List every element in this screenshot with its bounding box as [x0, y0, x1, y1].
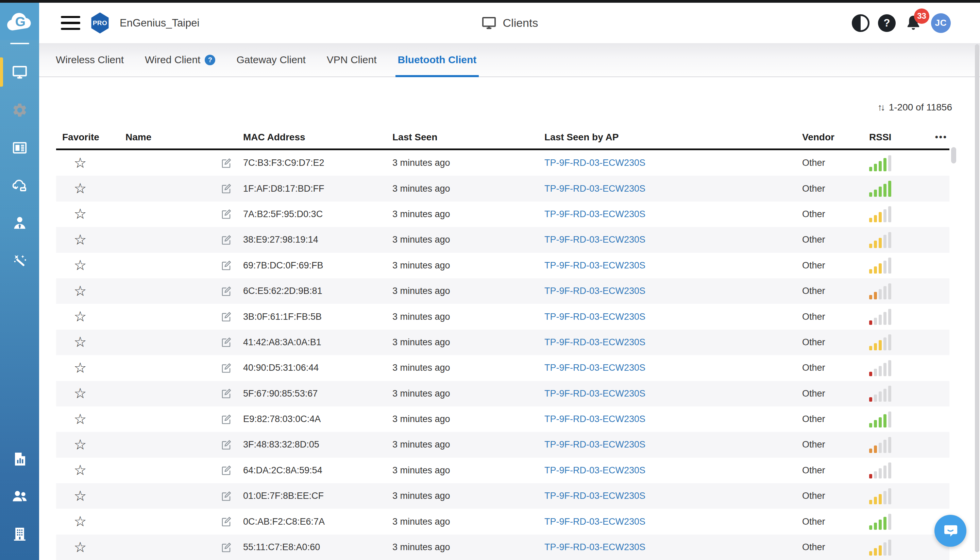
edit-name-icon[interactable]: [220, 413, 232, 425]
window-scrollbar-thumb[interactable]: [975, 44, 979, 552]
table-row[interactable]: ☆ E9:82:78:03:0C:4A 3 minutes ago TP-9F-…: [56, 407, 949, 432]
sidebar-item-account[interactable]: [0, 204, 39, 242]
table-scrollbar-thumb[interactable]: [951, 147, 956, 163]
table-row[interactable]: ☆ 0C:AB:F2:C8:E6:7A 3 minutes ago TP-9F-…: [56, 509, 949, 534]
favorite-star-icon[interactable]: ☆: [74, 489, 87, 503]
table-row[interactable]: ☆ 7A:B2:5F:95:D0:3C 3 minutes ago TP-9F-…: [56, 202, 949, 227]
ap-link[interactable]: TP-9F-RD-03-ECW230S: [544, 517, 645, 527]
col-header-last-seen-by-ap[interactable]: Last Seen by AP: [541, 132, 796, 143]
mac-address: 1F:AF:D8:17:BD:FF: [243, 183, 324, 194]
table-row[interactable]: ☆ 1F:AF:D8:17:BD:FF 3 minutes ago TP-9F-…: [56, 176, 949, 201]
tab-wired-client[interactable]: Wired Client ?: [145, 43, 215, 77]
app-logo[interactable]: G: [0, 3, 39, 40]
tab-vpn-client[interactable]: VPN Client: [327, 43, 377, 77]
organization-name[interactable]: EnGenius_Taipei: [120, 17, 199, 29]
sidebar-item-dashboard[interactable]: [0, 129, 39, 167]
table-row[interactable]: ☆ 38:E9:27:98:19:14 3 minutes ago TP-9F-…: [56, 227, 949, 252]
help-icon[interactable]: ?: [878, 14, 896, 32]
edit-name-icon[interactable]: [220, 362, 232, 374]
sidebar-item-reports[interactable]: [0, 440, 39, 478]
ap-link[interactable]: TP-9F-RD-03-ECW230S: [544, 439, 645, 450]
favorite-star-icon[interactable]: ☆: [74, 258, 87, 273]
ap-link[interactable]: TP-9F-RD-03-ECW230S: [544, 414, 645, 424]
table-row[interactable]: ☆ 01:0E:7F:8B:EE:CF 3 minutes ago TP-9F-…: [56, 483, 949, 509]
sidebar-item-cloud-sync[interactable]: [0, 167, 39, 204]
edit-name-icon[interactable]: [220, 183, 232, 194]
table-row[interactable]: ☆ 7C:B3:F3:C9:D7:E2 3 minutes ago TP-9F-…: [56, 150, 949, 176]
favorite-star-icon[interactable]: ☆: [74, 182, 87, 196]
favorite-star-icon[interactable]: ☆: [74, 233, 87, 247]
theme-contrast-icon[interactable]: [852, 14, 870, 32]
ap-link[interactable]: TP-9F-RD-03-ECW230S: [544, 209, 645, 220]
sort-icon[interactable]: ↑↓: [878, 102, 885, 113]
column-options-icon[interactable]: •••: [935, 132, 947, 142]
edit-name-icon[interactable]: [220, 260, 232, 271]
col-header-vendor[interactable]: Vendor: [796, 132, 866, 143]
col-header-favorite[interactable]: Favorite: [56, 132, 119, 143]
sidebar-item-settings[interactable]: [0, 92, 39, 129]
sidebar-item-clients[interactable]: [0, 54, 39, 91]
favorite-star-icon[interactable]: ☆: [74, 438, 87, 452]
favorite-star-icon[interactable]: ☆: [74, 515, 87, 529]
table-row[interactable]: ☆ 3B:0F:61:1F:FB:5B 3 minutes ago TP-9F-…: [56, 304, 949, 329]
notifications-button[interactable]: 33: [904, 14, 923, 32]
favorite-star-icon[interactable]: ☆: [74, 310, 87, 324]
ap-link[interactable]: TP-9F-RD-03-ECW230S: [544, 337, 645, 348]
edit-name-icon[interactable]: [220, 208, 232, 220]
favorite-star-icon[interactable]: ☆: [74, 361, 87, 375]
table-row[interactable]: ☆ 6C:E5:62:2D:9B:81 3 minutes ago TP-9F-…: [56, 278, 949, 304]
col-header-name[interactable]: Name: [119, 132, 216, 143]
favorite-star-icon[interactable]: ☆: [74, 463, 87, 477]
table-row[interactable]: ☆ 55:11:C7:E8:A0:60 3 minutes ago TP-9F-…: [56, 535, 949, 560]
tab-bluetooth-client[interactable]: Bluetooth Client: [398, 43, 477, 77]
table-row[interactable]: ☆ 3F:48:83:32:8D:05 3 minutes ago TP-9F-…: [56, 432, 949, 457]
col-header-last-seen[interactable]: Last Seen: [388, 132, 541, 143]
col-header-rssi[interactable]: RSSI: [866, 132, 925, 143]
favorite-star-icon[interactable]: ☆: [74, 284, 87, 298]
favorite-star-icon[interactable]: ☆: [74, 387, 87, 401]
ap-link[interactable]: TP-9F-RD-03-ECW230S: [544, 465, 645, 476]
table-row[interactable]: ☆ 69:7B:DC:0F:69:FB 3 minutes ago TP-9F-…: [56, 253, 949, 278]
edit-name-icon[interactable]: [220, 157, 232, 169]
edit-name-icon[interactable]: [220, 439, 232, 451]
favorite-star-icon[interactable]: ☆: [74, 207, 87, 221]
sidebar-item-team[interactable]: [0, 477, 39, 515]
ap-link[interactable]: TP-9F-RD-03-ECW230S: [544, 363, 645, 373]
edit-name-icon[interactable]: [220, 542, 232, 553]
edit-name-icon[interactable]: [220, 465, 232, 476]
favorite-star-icon[interactable]: ☆: [74, 335, 87, 349]
ap-link[interactable]: TP-9F-RD-03-ECW230S: [544, 260, 645, 271]
col-header-mac-address[interactable]: MAC Address: [216, 132, 388, 143]
edit-name-icon[interactable]: [220, 337, 232, 348]
table-row[interactable]: ☆ 5F:67:90:85:53:67 3 minutes ago TP-9F-…: [56, 381, 949, 407]
ap-link[interactable]: TP-9F-RD-03-ECW230S: [544, 235, 645, 245]
favorite-star-icon[interactable]: ☆: [74, 156, 87, 170]
edit-name-icon[interactable]: [220, 388, 232, 399]
favorite-star-icon[interactable]: ☆: [74, 412, 87, 427]
tab-wireless-client[interactable]: Wireless Client: [56, 43, 124, 77]
user-avatar[interactable]: JC: [931, 13, 951, 33]
menu-toggle-button[interactable]: [61, 15, 80, 32]
ap-link[interactable]: TP-9F-RD-03-ECW230S: [544, 312, 645, 322]
ap-link[interactable]: TP-9F-RD-03-ECW230S: [544, 183, 645, 194]
edit-name-icon[interactable]: [220, 311, 232, 322]
chat-support-button[interactable]: [935, 515, 967, 547]
ap-link[interactable]: TP-9F-RD-03-ECW230S: [544, 158, 645, 168]
edit-name-icon[interactable]: [220, 285, 232, 297]
table-row[interactable]: ☆ 64:DA:2C:8A:59:54 3 minutes ago TP-9F-…: [56, 458, 949, 483]
ap-link[interactable]: TP-9F-RD-03-ECW230S: [544, 388, 645, 399]
vendor: Other: [796, 158, 866, 168]
ap-link[interactable]: TP-9F-RD-03-ECW230S: [544, 286, 645, 296]
sidebar-item-organization[interactable]: [0, 515, 39, 553]
table-row[interactable]: ☆ 40:90:D5:31:06:44 3 minutes ago TP-9F-…: [56, 355, 949, 381]
edit-name-icon[interactable]: [220, 516, 232, 527]
edit-name-icon[interactable]: [220, 234, 232, 246]
ap-link[interactable]: TP-9F-RD-03-ECW230S: [544, 491, 645, 501]
sidebar-item-wizard[interactable]: [0, 242, 39, 279]
ap-link[interactable]: TP-9F-RD-03-ECW230S: [544, 542, 645, 553]
favorite-star-icon[interactable]: ☆: [74, 540, 87, 555]
tab-gateway-client[interactable]: Gateway Client: [236, 43, 306, 77]
wired-client-help-icon[interactable]: ?: [205, 55, 215, 65]
table-row[interactable]: ☆ 41:42:A8:3A:0A:B1 3 minutes ago TP-9F-…: [56, 330, 949, 355]
edit-name-icon[interactable]: [220, 490, 232, 502]
